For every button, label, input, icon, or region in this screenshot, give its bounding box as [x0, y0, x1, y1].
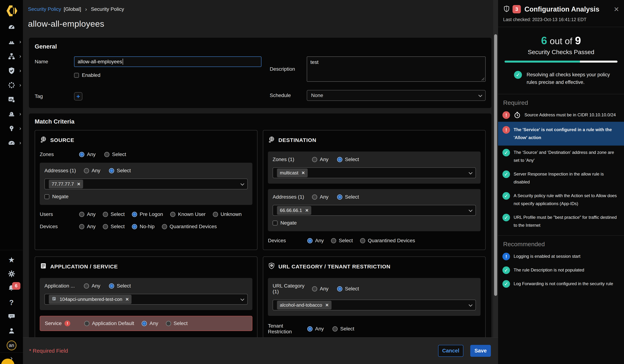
user-button[interactable]	[0, 324, 23, 338]
check-item-selected[interactable]: ! The 'Service' is not configured in a r…	[498, 122, 624, 146]
url-category-select-field[interactable]: alcohol-and-tobacco ×	[273, 300, 476, 310]
radio-devices-any[interactable]: Any	[79, 224, 96, 229]
remove-chip-icon[interactable]: ×	[77, 181, 80, 187]
gauge-icon	[8, 139, 16, 148]
radio-service-any[interactable]: Any	[142, 320, 158, 326]
radio-daddr-any[interactable]: Any	[312, 194, 328, 200]
radio-icon	[103, 224, 108, 229]
cancel-button[interactable]: Cancel	[438, 345, 463, 357]
check-item[interactable]: ✓ URL Profile must be "best practice" fo…	[498, 210, 624, 232]
radio-daddr-select[interactable]: Select	[337, 194, 359, 200]
source-negate-checkbox[interactable]	[44, 194, 49, 199]
radio-tenant-any[interactable]: Any	[307, 326, 324, 332]
score-summary: 6 out of 9	[498, 34, 624, 47]
radio-service-select[interactable]: Select	[166, 320, 188, 326]
add-tag-button[interactable]: +	[74, 92, 82, 100]
radio-dzones-select[interactable]: Select	[337, 157, 359, 162]
radio-users-unknown[interactable]: Unknown	[213, 211, 242, 217]
radio-icon	[162, 224, 167, 229]
dotted-circle-icon	[8, 81, 16, 90]
brand-logo-icon[interactable]	[5, 5, 18, 17]
destination-title: DESTINATION	[278, 137, 316, 143]
radio-users-knownuser[interactable]: Known User	[170, 211, 206, 217]
sidebar-item-workflows[interactable]: ›	[0, 78, 23, 93]
remove-chip-icon[interactable]: ×	[302, 170, 305, 176]
radio-icon	[312, 157, 317, 162]
radio-icon	[332, 326, 338, 332]
radio-tenant-select[interactable]: Select	[332, 326, 354, 332]
of-label: out of	[548, 36, 574, 46]
sidebar-item-incidents[interactable]: ›	[0, 107, 23, 122]
radio-application-any[interactable]: Any	[84, 283, 100, 289]
radio-urlcat-select[interactable]: Select	[337, 286, 359, 292]
radio-ddevices-select[interactable]: Select	[331, 238, 353, 244]
sidebar-item-insights[interactable]: ›	[0, 122, 23, 136]
check-item[interactable]: ✓ Server Response Inspection in the allo…	[498, 167, 624, 189]
notifications-button[interactable]: 6	[0, 281, 23, 296]
breadcrumb-link[interactable]: Security Policy	[28, 6, 61, 12]
check-icon: ✓	[502, 280, 510, 288]
application-select-field[interactable]: 104apci-unnumbered-test-con ×	[44, 294, 248, 305]
schedule-select[interactable]: None	[307, 90, 486, 101]
source-addresses-select-field[interactable]: 77.77.77.7 ×	[44, 179, 248, 189]
check-item[interactable]: ! Source Address must be in CIDR 10.10.1…	[498, 108, 624, 122]
remove-chip-icon[interactable]: ×	[325, 302, 329, 308]
radio-icon	[360, 238, 365, 243]
radio-users-select[interactable]: Select	[103, 211, 125, 217]
account-avatar[interactable]: an	[0, 338, 23, 352]
radio-addresses-select[interactable]: Select	[109, 168, 131, 174]
check-item[interactable]: ✓ The rule Description is not populated	[498, 263, 624, 277]
name-label: Name	[35, 59, 74, 65]
radio-devices-nohip[interactable]: No-hip	[132, 224, 155, 229]
close-icon[interactable]: ×	[614, 5, 619, 14]
sidebar-item-alerts[interactable]: ›	[0, 35, 23, 49]
radio-users-prelogon[interactable]: Pre Logon	[132, 211, 163, 217]
settings-button[interactable]	[0, 267, 23, 281]
sidebar-item-network[interactable]: ›	[0, 49, 23, 64]
radio-dzones-any[interactable]: Any	[312, 157, 328, 162]
destination-zones-select-field[interactable]: multicast ×	[273, 167, 476, 178]
enabled-checkbox[interactable]	[74, 73, 79, 78]
application-list-icon	[40, 262, 47, 271]
sidebar-item-reports[interactable]	[0, 93, 23, 107]
favorites-button[interactable]: ★	[0, 253, 23, 267]
destination-addresses-select-field[interactable]: 66.66.66.1 ×	[273, 205, 476, 216]
radio-application-select[interactable]: Select	[109, 283, 131, 289]
help-button[interactable]: ?	[0, 296, 23, 310]
radio-ddevices-any[interactable]: Any	[307, 238, 324, 244]
report-chart-icon	[8, 96, 16, 104]
chevron-down-icon	[240, 182, 244, 185]
check-item[interactable]: ! Logging is enabled at session start	[498, 250, 624, 263]
sidebar-item-security[interactable]: ›	[0, 64, 23, 78]
description-textarea[interactable]: test	[307, 56, 486, 82]
radio-zones-select[interactable]: Select	[104, 152, 126, 157]
breadcrumb-separator-icon: ›	[84, 6, 88, 12]
radio-zones-any[interactable]: Any	[79, 152, 96, 157]
radio-service-appdefault[interactable]: Application Default	[84, 320, 134, 326]
radio-devices-quarantined[interactable]: Quarantined Devices	[162, 224, 217, 229]
check-item[interactable]: ✓ Log Forwarding is not configured in th…	[498, 277, 624, 291]
sidebar-nav: › › › › › ›	[0, 21, 23, 150]
radio-users-any[interactable]: Any	[79, 211, 96, 217]
radio-icon	[79, 152, 84, 157]
check-item[interactable]: ✓ The ‘Source’ and ‘Destination’ address…	[498, 146, 624, 167]
radio-addresses-any[interactable]: Any	[84, 168, 100, 174]
sidebar-item-dashboard[interactable]	[0, 21, 23, 35]
destination-negate-checkbox[interactable]	[273, 221, 278, 226]
name-input[interactable]: allow-all-employees	[74, 56, 261, 67]
save-button[interactable]: Save	[470, 345, 491, 357]
addresses-label: Addresses (1)	[273, 194, 312, 200]
radio-ddevices-quarantined[interactable]: Quarantined Devices	[360, 238, 415, 244]
gear-icon	[8, 270, 16, 278]
check-icon: ✓	[502, 170, 510, 178]
scrollbar-thumb[interactable]	[494, 34, 497, 296]
sidebar-item-monitor[interactable]: ›	[0, 136, 23, 150]
feedback-button[interactable]	[0, 310, 23, 324]
radio-devices-select[interactable]: Select	[103, 224, 125, 229]
remove-chip-icon[interactable]: ×	[126, 296, 129, 302]
radio-urlcat-any[interactable]: Any	[312, 286, 328, 292]
chevron-down-icon	[240, 297, 244, 301]
general-heading: General	[35, 43, 486, 50]
remove-chip-icon[interactable]: ×	[305, 208, 309, 213]
check-item[interactable]: ✓ A Security policy rule with the Action…	[498, 189, 624, 210]
